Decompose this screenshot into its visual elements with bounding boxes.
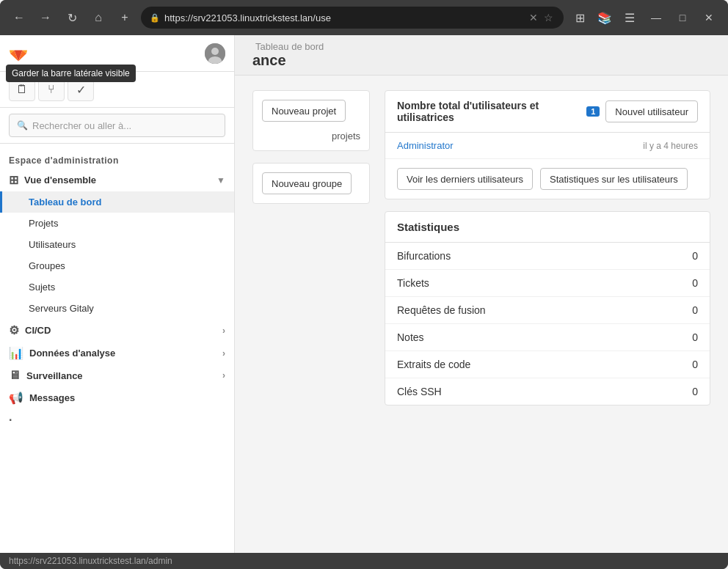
user-time: il y a 4 heures	[643, 141, 698, 151]
stats-label-1: Tickets	[397, 277, 692, 289]
sidebar-item-overview[interactable]: ⊞ Vue d'ensemble ▼	[0, 169, 234, 191]
gitlab-logo	[9, 44, 28, 63]
projects-count-label: projets	[262, 131, 360, 142]
browser-right-icons: ⊞ 📚 ☰	[569, 7, 640, 28]
back-button[interactable]: ←	[9, 7, 29, 28]
sidebar-item-gitaly[interactable]: Serveurs Gitaly	[0, 298, 234, 319]
chevron-down-icon: ▼	[216, 175, 225, 186]
stats-row-3: Notes 0	[385, 324, 710, 351]
browser-content: Garder la barre latérale visible 🗒 ⑂ ✓	[0, 35, 728, 553]
breadcrumb-text: Tableau de bord	[255, 41, 324, 52]
breadcrumb: Tableau de bord	[252, 41, 710, 52]
sidebar-item-cicd[interactable]: ⚙ CI/CD ›	[0, 319, 234, 342]
stats-label-3: Notes	[397, 331, 692, 343]
chevron-right-icon-cicd: ›	[222, 326, 225, 336]
maximize-button[interactable]: □	[672, 7, 693, 28]
users-badge-count: 1	[586, 106, 600, 117]
address-bar[interactable]: 🔒 https://srv221053.linuxtrickstest.lan/…	[141, 7, 564, 29]
topics-label: Sujets	[29, 282, 55, 293]
new-tab-button[interactable]: +	[114, 7, 135, 28]
page-title: ance	[252, 52, 710, 75]
sidebar-item-users[interactable]: Utilisateurs	[0, 234, 234, 255]
stats-value-5: 0	[692, 386, 698, 397]
stats-card: Statistiques Bifurcations 0 Tickets 0	[385, 211, 710, 405]
status-bar: https://srv221053.linuxtrickstest.lan/ad…	[0, 553, 728, 569]
stats-label-5: Clés SSH	[397, 386, 692, 397]
see-latest-users-button[interactable]: Voir les derniers utilisateurs	[397, 168, 533, 190]
stats-card-header: Statistiques	[385, 212, 710, 243]
users-card-actions: Voir les derniers utilisateurs Statistiq…	[385, 159, 710, 199]
users-label: Utilisateurs	[29, 239, 76, 250]
stats-row-4: Extraits de code 0	[385, 351, 710, 378]
grid-icon-button[interactable]: ⊞	[569, 7, 590, 28]
analytics-icon: 📊	[9, 346, 23, 360]
monitoring-icon: 🖥	[9, 369, 21, 382]
sidebar-item-monitoring[interactable]: 🖥 Surveillance ›	[0, 364, 234, 386]
user-row: Administrator il y a 4 heures	[385, 133, 710, 159]
sidebar-nav: Espace d'administration ⊞ Vue d'ensemble…	[0, 144, 234, 553]
sidebar: Garder la barre latérale visible 🗒 ⑂ ✓	[0, 35, 235, 553]
sidebar-item-groups[interactable]: Groupes	[0, 255, 234, 276]
sidebar-header: Garder la barre latérale visible	[0, 35, 234, 72]
projects-section: Nouveau projet projets	[252, 90, 370, 151]
bookmarks-icon-button[interactable]: 📚	[594, 7, 615, 28]
cicd-label: CI/CD	[25, 325, 222, 336]
address-actions: ✕ ☆	[528, 10, 555, 25]
bookmark-button[interactable]: ☆	[542, 10, 555, 25]
address-text: https://srv221053.linuxtrickstest.lan/us…	[164, 12, 523, 23]
new-group-button[interactable]: Nouveau groupe	[262, 172, 352, 194]
user-statistics-button[interactable]: Statistiques sur les utilisateurs	[540, 168, 688, 190]
stats-row-2: Requêtes de fusion 0	[385, 297, 710, 324]
stats-label-2: Requêtes de fusion	[397, 304, 692, 316]
right-column: Nombre total d'utilisateurs et utilisatr…	[385, 90, 710, 405]
stats-label-0: Bifurcations	[397, 250, 692, 262]
stats-row-0: Bifurcations 0	[385, 243, 710, 270]
user-link[interactable]: Administrator	[397, 140, 643, 151]
search-box[interactable]: 🔍 Rechercher ou aller à...	[9, 114, 225, 137]
page-title-text: ance	[252, 52, 286, 68]
stats-row-5: Clés SSH 0	[385, 378, 710, 405]
stats-value-3: 0	[692, 331, 698, 343]
overview-label: Vue d'ensemble	[24, 175, 216, 186]
new-project-button[interactable]: Nouveau projet	[262, 100, 346, 122]
search-icon: 🔍	[17, 120, 28, 131]
users-card-title: Nombre total d'utilisateurs et utilisatr…	[397, 100, 586, 123]
overview-icon: ⊞	[9, 173, 18, 187]
stats-value-2: 0	[692, 304, 698, 316]
page-header: Tableau de bord ance	[235, 35, 728, 76]
stats-value-0: 0	[692, 250, 698, 262]
status-bar-url: https://srv221053.linuxtrickstest.lan/ad…	[9, 556, 172, 566]
home-button[interactable]: ⌂	[88, 7, 109, 28]
sidebar-item-dashboard[interactable]: Tableau de bord	[0, 191, 234, 213]
groups-section: Nouveau groupe	[252, 163, 370, 204]
users-card: Nombre total d'utilisateurs et utilisatr…	[385, 90, 710, 199]
sidebar-item-topics[interactable]: Sujets	[0, 276, 234, 298]
sidebar-item-extra[interactable]: ·	[0, 409, 234, 431]
stats-card-title: Statistiques	[397, 221, 459, 233]
groups-label: Groupes	[29, 260, 65, 271]
analytics-label: Données d'analyse	[29, 348, 222, 359]
new-user-button[interactable]: Nouvel utilisateur	[605, 100, 698, 122]
gitaly-label: Serveurs Gitaly	[29, 303, 94, 314]
cicd-icon: ⚙	[9, 323, 19, 337]
avatar-icon	[205, 43, 225, 64]
sidebar-item-projects[interactable]: Projets	[0, 213, 234, 234]
main-body: Nouveau projet projets Nouveau groupe No…	[235, 76, 728, 420]
users-card-header: Nombre total d'utilisateurs et utilisatr…	[385, 91, 710, 133]
messages-icon: 📢	[9, 391, 23, 405]
main-content: Tableau de bord ance Nouveau projet proj…	[235, 35, 728, 553]
browser-frame: ← → ↻ ⌂ + 🔒 https://srv221053.linuxtrick…	[0, 0, 728, 569]
chevron-right-icon-analytics: ›	[222, 348, 225, 359]
left-column: Nouveau projet projets Nouveau groupe	[252, 90, 370, 405]
minimize-button[interactable]: —	[646, 7, 666, 28]
sidebar-item-messages[interactable]: 📢 Messages	[0, 386, 234, 409]
close-button[interactable]: ✕	[699, 7, 719, 28]
reload-button[interactable]: ↻	[62, 7, 82, 28]
forward-button[interactable]: →	[35, 7, 56, 28]
clear-address-button[interactable]: ✕	[528, 10, 539, 25]
projects-label: Projets	[29, 218, 58, 229]
stats-value-4: 0	[692, 359, 698, 370]
search-placeholder: Rechercher ou aller à...	[32, 120, 131, 131]
sidebar-item-analytics[interactable]: 📊 Données d'analyse ›	[0, 342, 234, 364]
menu-icon-button[interactable]: ☰	[619, 7, 640, 28]
